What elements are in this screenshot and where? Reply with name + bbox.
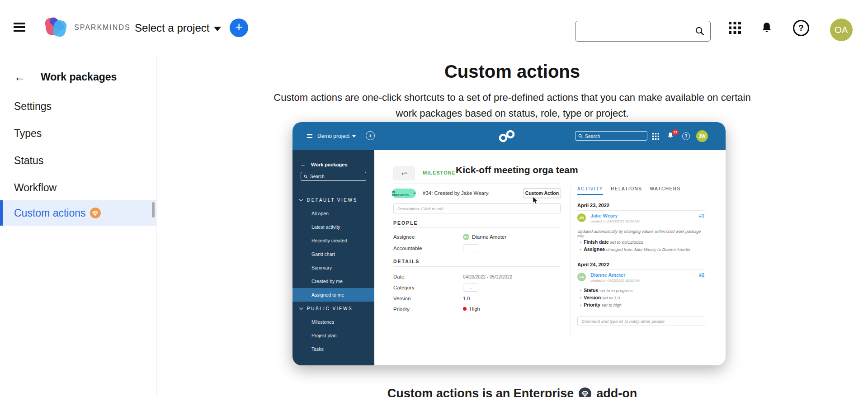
demo-view-summary[interactable]: Summary [292, 261, 374, 274]
global-search [575, 21, 711, 42]
activity-author-avatar: JW [577, 213, 586, 222]
demo-apps-grid-icon[interactable] [652, 133, 659, 140]
search-input[interactable] [576, 21, 695, 41]
topbar: SPARKMINDS Select a project + ? OA [0, 0, 868, 55]
demo-project-selector[interactable]: Demo project [317, 133, 356, 139]
sidebar-item-workflow[interactable]: Workflow [0, 177, 156, 198]
demo-priority-label-text: High [470, 306, 480, 312]
change-field: Version [584, 295, 601, 300]
activity-change: •Assignee changed from Jake Weary to Dia… [580, 246, 691, 252]
demo-priority-label: Priority [393, 307, 410, 312]
demo-back-arrow-icon[interactable]: ← [301, 162, 306, 167]
back-arrow-icon[interactable]: ← [14, 71, 26, 83]
demo-assignee-value[interactable]: Dianne Ameter [472, 234, 506, 240]
demo-add-button[interactable]: + [366, 131, 375, 140]
demo-sidebar-search-icon [304, 175, 308, 179]
tab-activity[interactable]: ACTIVITY [577, 186, 603, 195]
sidebar-item-custom-actions[interactable]: Custom actions [0, 200, 156, 226]
menu-icon[interactable] [14, 23, 25, 32]
activity-author-link[interactable]: Dianne Ameter [590, 272, 625, 278]
demo-view-milestones[interactable]: Milestones [292, 315, 374, 329]
demo-priority-value[interactable]: High [463, 306, 480, 312]
tab-watchers[interactable]: WATCHERS [650, 186, 680, 195]
notifications-bell-icon[interactable] [760, 22, 773, 34]
chevron-down-icon [299, 197, 303, 201]
demo-topbar: Demo project + Search 17 [292, 122, 726, 150]
demo-help-icon[interactable]: ? [682, 132, 690, 140]
divider [577, 269, 705, 270]
demo-chevron-down-icon [352, 135, 356, 137]
demo-sidebar-search[interactable]: Search [301, 172, 366, 181]
main-content: Custom actions Custom actions are one-cl… [156, 55, 868, 397]
demo-view-recently-created[interactable]: Recently created [292, 234, 374, 247]
demo-user-avatar[interactable]: JW [696, 130, 708, 142]
brand-name: SPARKMINDS [74, 24, 131, 32]
demo-assignee-avatar: DA [463, 234, 469, 240]
demo-wp-status-pill[interactable]: IN PROGRESS [392, 189, 416, 198]
demo-view-gantt-chart[interactable]: Gantt chart [292, 247, 374, 261]
tab-relations[interactable]: RELATIONS [611, 186, 642, 195]
page-title: Custom actions [156, 61, 868, 82]
demo-menu-icon[interactable] [307, 134, 312, 138]
search-icon[interactable] [695, 26, 705, 36]
apps-grid-icon[interactable] [729, 22, 741, 34]
demo-wp-title[interactable]: Kick-off meeting orga team [456, 165, 578, 175]
demo-section-public-views[interactable]: PUBLIC VIEWS [292, 302, 374, 315]
help-icon[interactable]: ? [793, 20, 809, 36]
add-button[interactable]: + [230, 19, 248, 37]
demo-accountable-value[interactable]: - [463, 244, 478, 252]
demo-details-header: DETAILS [393, 259, 420, 264]
demo-wp-id-line: #34: Created by Jake Weary. [423, 190, 490, 196]
demo-wp-description-field[interactable]: Description: Click to edit... [393, 203, 561, 213]
activity-change: •Finish date set to 05/12/2022 [580, 239, 643, 245]
demo-assignee-label: Assignee [393, 234, 415, 240]
demo-openproject-logo-icon[interactable] [498, 129, 515, 143]
page-description: Custom actions are one-click shortcuts t… [269, 90, 755, 122]
change-field: Status [584, 288, 598, 293]
app-root: SPARKMINDS Select a project + ? OA ← Wor… [0, 0, 868, 397]
demo-comment-field[interactable]: Comment and type @ to notify other peopl… [577, 317, 705, 326]
activity-change: •Status set to In progress [580, 288, 633, 293]
sidebar-item-settings[interactable]: Settings [0, 96, 156, 117]
demo-search-icon [578, 134, 583, 138]
sidebar-item-status[interactable]: Status [0, 150, 156, 171]
activity-change: •Version set to 1.0 [580, 295, 620, 300]
change-field: Assignee [584, 246, 605, 252]
demo-category-value[interactable]: - [463, 284, 478, 292]
change-desc: set to 05/12/2022 [610, 240, 643, 245]
activity-ref-link[interactable]: #1 [699, 213, 704, 218]
enterprise-gem-icon [90, 208, 101, 218]
sidebar-item-types[interactable]: Types [0, 123, 156, 144]
demo-sidebar-title: Work packages [311, 162, 348, 167]
demo-view-created-by-me[interactable]: Created by me [292, 274, 374, 288]
demo-sidebar-header: ← Work packages [301, 162, 348, 167]
settings-sidebar: ← Work packages Settings Types Status Wo… [0, 55, 156, 397]
demo-custom-action-button[interactable]: Custom Action [523, 188, 561, 198]
demo-version-label: Version [393, 296, 410, 301]
demo-view-all-open[interactable]: All open [292, 207, 374, 220]
activity-note: Updated automatically by changing values… [577, 229, 705, 238]
demo-view-project-plan[interactable]: Project plan [292, 329, 374, 342]
divider [577, 210, 705, 211]
demo-notifications-bell-icon[interactable]: 17 [667, 132, 677, 141]
demo-project-label: Demo project [317, 133, 349, 139]
divider [393, 227, 561, 228]
demo-view-latest-activity[interactable]: Latest activity [292, 220, 374, 234]
user-avatar[interactable]: OA [830, 19, 853, 41]
demo-workpackage-panel: ↩ MILESTONE Kick-off meeting orga team I… [374, 150, 726, 365]
activity-author-link[interactable]: Jake Weary [590, 213, 618, 218]
demo-date-value[interactable]: 04/23/2022 - 05/12/2022 [463, 274, 512, 279]
project-selector[interactable]: Select a project [135, 22, 221, 34]
chevron-down-icon [413, 193, 416, 194]
demo-search-box[interactable]: Search [575, 131, 647, 141]
demo-notification-badge: 17 [672, 129, 679, 135]
demo-view-tasks[interactable]: Tasks [292, 342, 374, 356]
demo-wp-back-button[interactable]: ↩ [393, 166, 415, 180]
demo-section-label: DEFAULT VIEWS [307, 198, 358, 203]
demo-view-assigned-to-me[interactable]: Assigned to me [292, 288, 374, 302]
sidebar-scrollbar[interactable] [152, 202, 155, 217]
divider [393, 266, 561, 267]
demo-version-value[interactable]: 1.0 [463, 296, 470, 301]
demo-section-default-views[interactable]: DEFAULT VIEWS [292, 193, 374, 207]
activity-ref-link[interactable]: #2 [699, 272, 704, 278]
